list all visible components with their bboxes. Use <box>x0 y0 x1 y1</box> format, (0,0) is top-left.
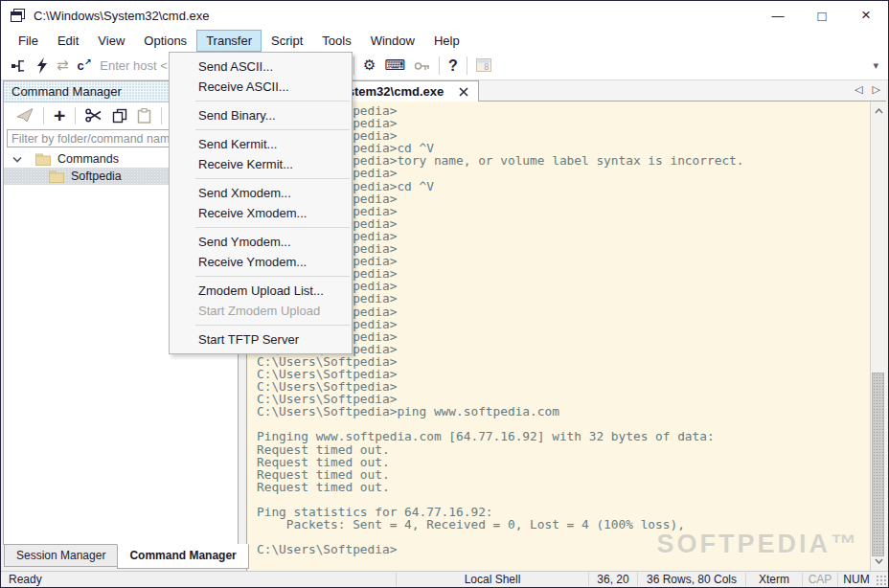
folder-icon <box>35 153 51 166</box>
resize-grip[interactable] <box>875 574 888 587</box>
toolbar: ⇄ c↗ Enter host < ⚙ ⌨ ? 8 ▾ <box>1 52 888 80</box>
menu-separator <box>195 101 350 102</box>
menu-item-receive-ascii[interactable]: Receive ASCII... <box>170 77 352 97</box>
menu-item-start-zmodem-upload: Start Zmodem Upload <box>170 301 352 321</box>
minimize-button[interactable]: — <box>756 1 800 30</box>
manager-tabs: Session Manager Command Manager <box>4 545 248 569</box>
tab-command-manager[interactable]: Command Manager <box>117 544 248 569</box>
disconnect-icon[interactable]: c↗ <box>78 57 92 73</box>
menu-transfer[interactable]: Transfer <box>196 30 262 52</box>
numpad-mapping-icon[interactable]: 8 <box>476 58 492 73</box>
menu-script[interactable]: Script <box>262 30 312 52</box>
terminal-line: C:\Users\Softpedia>ping www.softpedia.co… <box>257 405 870 418</box>
tab-close-icon[interactable] <box>459 87 468 97</box>
add-command-icon[interactable]: + <box>54 107 65 124</box>
status-ready: Ready <box>1 573 396 586</box>
menu-separator <box>195 325 350 326</box>
menu-separator <box>195 129 350 130</box>
menu-tools[interactable]: Tools <box>312 30 360 52</box>
menu-item-receive-xmodem[interactable]: Receive Xmodem... <box>170 203 352 223</box>
tab-session-manager[interactable]: Session Manager <box>4 545 118 567</box>
key-icon[interactable] <box>414 59 430 73</box>
paste-clipboard-icon[interactable] <box>137 108 151 124</box>
scroll-up-icon[interactable] <box>871 103 886 119</box>
menu-window[interactable]: Window <box>361 30 424 52</box>
terminal-line: Request timed out. <box>257 443 870 456</box>
menu-separator <box>195 227 350 228</box>
terminal-line: Pinging www.softpedia.com [64.77.16.92] … <box>257 430 870 442</box>
host-input[interactable]: Enter host < <box>100 58 167 73</box>
terminal-scrollbar[interactable] <box>870 102 886 571</box>
connect-sessions-icon[interactable] <box>11 57 27 74</box>
menu-options[interactable]: Options <box>134 30 196 52</box>
menu-item-zmodem-upload-list[interactable]: Zmodem Upload List... <box>170 281 352 301</box>
cut-scissors-icon[interactable] <box>85 108 103 123</box>
menu-item-start-tftp-server[interactable]: Start TFTP Server <box>170 329 352 350</box>
separator <box>75 107 76 124</box>
tab-scroll-next-icon[interactable]: ▷ <box>873 83 880 96</box>
terminal-line: Request timed out. <box>257 481 870 493</box>
tree-item-label: Commands <box>57 152 119 166</box>
scrollbar-thumb[interactable] <box>872 373 884 556</box>
status-terminal-size: 36 Rows, 80 Cols <box>637 573 745 586</box>
status-emulation: Xterm <box>745 573 802 586</box>
svg-text:8: 8 <box>484 62 489 72</box>
close-button[interactable]: × <box>844 1 888 30</box>
tab-scroll-prev-icon[interactable]: ◁ <box>855 83 862 96</box>
menu-item-receive-ymodem[interactable]: Receive Ymodem... <box>170 252 352 272</box>
menu-help[interactable]: Help <box>424 30 469 52</box>
toolbar-separator <box>467 57 467 75</box>
reconnect-icon[interactable]: ⇄ <box>57 58 69 73</box>
terminal-line: Request timed out. <box>257 456 870 468</box>
menu-edit[interactable]: Edit <box>48 30 88 52</box>
menu-file[interactable]: File <box>9 30 48 52</box>
status-num-lock: NUM <box>837 573 875 586</box>
window-title: C:\Windows\System32\cmd.exe <box>34 9 210 23</box>
toolbar-separator <box>353 57 354 75</box>
menu-item-send-ymodem[interactable]: Send Ymodem... <box>170 232 352 252</box>
menu-item-receive-kermit[interactable]: Receive Kermit... <box>170 154 352 174</box>
status-bar: Ready Local Shell 36, 20 36 Rows, 80 Col… <box>1 571 888 587</box>
session-options-gear-icon[interactable]: ⚙ <box>363 58 376 73</box>
quick-connect-bolt-icon[interactable] <box>35 57 48 74</box>
terminal-line: Request timed out. <box>257 468 870 481</box>
help-icon[interactable]: ? <box>448 58 458 74</box>
status-caps-lock: CAP <box>802 573 837 586</box>
menu-separator <box>195 178 350 179</box>
copy-icon[interactable] <box>112 108 127 124</box>
terminal-line: C:\Users\Softpedia> <box>257 355 870 368</box>
chevron-down-icon[interactable] <box>12 156 22 163</box>
menu-bar: File Edit View Options Transfer Script T… <box>1 30 888 52</box>
keymap-keyboard-icon[interactable]: ⌨ <box>384 58 405 73</box>
menu-item-send-ascii[interactable]: Send ASCII... <box>170 57 352 77</box>
toolbar-separator <box>439 57 440 75</box>
menu-item-send-binary[interactable]: Send Binary... <box>170 105 352 125</box>
toolbar-overflow-icon[interactable]: ▾ <box>873 59 878 72</box>
send-command-paper-plane-icon[interactable] <box>17 108 34 123</box>
title-bar[interactable]: C:\Windows\System32\cmd.exe — □ × <box>1 1 888 30</box>
maximize-button[interactable]: □ <box>800 1 844 30</box>
menu-view[interactable]: View <box>88 30 134 52</box>
folder-icon <box>49 170 64 183</box>
status-cursor-position: 36, 20 <box>588 573 637 586</box>
status-shell: Local Shell <box>396 573 588 586</box>
app-icon <box>10 8 26 23</box>
tree-item-label: Softpedia <box>71 170 122 183</box>
app-window: C:\Windows\System32\cmd.exe — □ × File E… <box>0 0 889 588</box>
menu-separator <box>195 276 350 277</box>
transfer-menu: Send ASCII... Receive ASCII... Send Bina… <box>169 52 353 354</box>
softpedia-watermark: SOFTPEDIA™ <box>656 530 859 559</box>
menu-item-send-xmodem[interactable]: Send Xmodem... <box>170 183 352 203</box>
scroll-down-icon[interactable] <box>871 554 886 569</box>
separator <box>43 107 44 124</box>
separator <box>161 107 162 124</box>
menu-item-send-kermit[interactable]: Send Kermit... <box>170 134 352 154</box>
